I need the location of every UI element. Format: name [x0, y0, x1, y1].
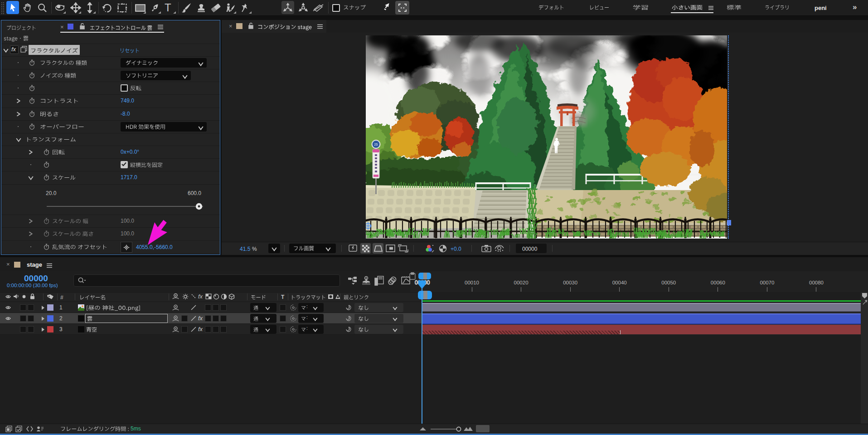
svg-text:25: 25 [374, 143, 378, 146]
